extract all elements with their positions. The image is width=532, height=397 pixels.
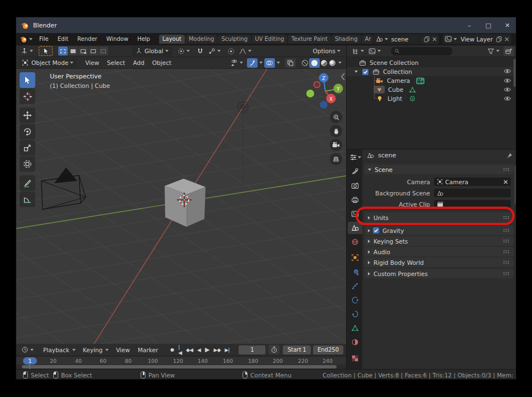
view-layer-selector[interactable]: View Layer xyxy=(442,34,511,44)
drag-handle-icon[interactable] xyxy=(503,239,510,243)
tool-transform[interactable] xyxy=(20,156,35,172)
auto-keyframe-button[interactable] xyxy=(269,345,279,354)
tab-constraints[interactable] xyxy=(349,308,361,320)
background-scene-field[interactable] xyxy=(434,189,511,197)
proportional-editing-button[interactable] xyxy=(225,46,237,56)
gizmo-minus-z-ball[interactable] xyxy=(320,101,328,109)
menu-edit[interactable]: Edit xyxy=(53,36,73,42)
scene-selector[interactable]: scene xyxy=(374,34,440,44)
hide-toggle[interactable] xyxy=(503,87,511,94)
select-mode-subtract-button[interactable] xyxy=(78,46,88,55)
gizmo-minus-x-ball[interactable] xyxy=(314,82,320,88)
camera-object[interactable] xyxy=(41,167,86,209)
navigation-gizmo[interactable]: Z Y X xyxy=(306,73,343,109)
panel-rigid-body-world[interactable]: Rigid Body World xyxy=(365,258,514,267)
outliner-search-input[interactable] xyxy=(391,47,452,55)
tab-tool[interactable] xyxy=(349,165,361,178)
breadcrumb-scene-name[interactable]: scene xyxy=(378,152,396,159)
viewport-menu-select[interactable]: Select xyxy=(103,59,129,66)
tab-shading[interactable]: Shading xyxy=(332,35,361,44)
pivot-point-dropdown[interactable] xyxy=(175,46,192,56)
editor-type-button[interactable] xyxy=(18,46,35,56)
maximize-button[interactable]: □ xyxy=(479,22,498,29)
snap-toggle-button[interactable] xyxy=(194,46,206,56)
tool-scale[interactable] xyxy=(20,140,35,156)
close-button[interactable]: ✕ xyxy=(498,22,516,29)
tab-output[interactable] xyxy=(349,194,361,206)
drag-handle-icon[interactable] xyxy=(503,272,510,275)
gizmo-minus-y-ball[interactable] xyxy=(306,90,314,97)
pin-icon[interactable] xyxy=(506,152,513,159)
hide-toggle[interactable] xyxy=(503,68,511,75)
shading-solid-button[interactable] xyxy=(309,58,320,68)
tab-physics[interactable] xyxy=(349,294,361,306)
drag-handle-icon[interactable] xyxy=(503,260,510,264)
marker-menu[interactable]: Marker xyxy=(134,347,162,353)
panel-audio[interactable]: Audio xyxy=(365,247,514,256)
tab-sculpting[interactable]: Sculpting xyxy=(218,35,251,44)
shading-wireframe-button[interactable] xyxy=(301,58,309,68)
cube-object[interactable] xyxy=(165,179,206,227)
outliner-row-light[interactable]: Light xyxy=(347,94,516,103)
properties-editor-type-button[interactable] xyxy=(349,151,361,164)
tab-texture[interactable] xyxy=(349,352,361,365)
unlink-scene-icon[interactable] xyxy=(432,37,437,41)
drag-handle-icon[interactable] xyxy=(503,216,510,219)
tab-texture-paint[interactable]: Texture Paint xyxy=(288,35,331,44)
shading-rendered-button[interactable] xyxy=(328,58,337,68)
minimize-button[interactable]: – xyxy=(460,22,479,29)
tab-modeling[interactable]: Modeling xyxy=(185,35,218,44)
panel-keying-sets[interactable]: Keying Sets xyxy=(365,236,514,246)
mode-dropdown[interactable]: Object Mode xyxy=(18,58,77,68)
tab-render[interactable] xyxy=(349,180,361,192)
scene-name[interactable]: scene xyxy=(391,36,424,43)
collection-checkbox[interactable] xyxy=(362,69,368,75)
tool-rotate[interactable] xyxy=(20,124,35,139)
object-visibility-dropdown[interactable] xyxy=(228,58,245,68)
panel-gravity[interactable]: Gravity xyxy=(365,226,514,235)
menu-render[interactable]: Render xyxy=(73,36,102,42)
jump-to-end-button[interactable]: ▶| xyxy=(223,347,231,353)
row-label[interactable]: Cube xyxy=(388,86,403,93)
gravity-checkbox[interactable] xyxy=(373,227,379,233)
hide-toggle[interactable] xyxy=(503,96,511,102)
proportional-falloff-dropdown[interactable] xyxy=(237,46,254,56)
camera-view-button[interactable] xyxy=(330,139,342,151)
tool-select-box[interactable] xyxy=(20,72,35,88)
zoom-view-button[interactable] xyxy=(330,111,342,123)
play-button[interactable]: ▶ xyxy=(203,346,211,353)
outliner-row-camera[interactable]: Camera xyxy=(347,76,516,85)
viewport-menu-view[interactable]: View xyxy=(81,59,103,66)
tool-move[interactable] xyxy=(20,108,35,123)
outliner-scrollbar[interactable] xyxy=(514,59,516,87)
timeline-editor-type-button[interactable] xyxy=(19,345,36,354)
drag-handle-icon[interactable] xyxy=(503,228,510,232)
remove-view-layer-icon[interactable] xyxy=(505,37,509,41)
tab-uv-editing[interactable]: UV Editing xyxy=(251,35,287,44)
drag-handle-icon[interactable] xyxy=(503,167,510,171)
snap-settings-dropdown[interactable] xyxy=(206,46,223,56)
app-menu-button[interactable] xyxy=(16,35,35,43)
playhead[interactable]: 1 xyxy=(23,357,37,365)
menu-help[interactable]: Help xyxy=(133,36,155,42)
sidebar-collapse-icon[interactable] xyxy=(342,73,344,80)
prev-keyframe-button[interactable]: ◆◀ xyxy=(184,347,194,353)
viewport-menu-add[interactable]: Add xyxy=(129,59,148,66)
outliner-editor-type-button[interactable] xyxy=(349,46,366,56)
tab-modifiers[interactable] xyxy=(349,266,361,278)
tab-layout[interactable]: Layout xyxy=(159,35,185,44)
tab-material[interactable] xyxy=(349,336,361,348)
tab-world[interactable] xyxy=(349,236,361,248)
menu-file[interactable]: File xyxy=(35,36,53,42)
expand-icon[interactable] xyxy=(354,71,358,73)
keying-menu[interactable]: Keying xyxy=(79,347,109,353)
clear-icon[interactable] xyxy=(503,180,508,184)
menu-window[interactable]: Window xyxy=(102,36,133,42)
tab-object-data[interactable] xyxy=(349,322,361,334)
gizmos-toggle-button[interactable] xyxy=(247,58,258,68)
new-scene-icon[interactable] xyxy=(423,36,430,43)
options-dropdown[interactable]: Options xyxy=(312,48,340,54)
current-frame-field[interactable]: 1 xyxy=(239,345,265,354)
drag-handle-icon[interactable] xyxy=(503,250,510,254)
new-collection-button[interactable] xyxy=(503,46,514,56)
